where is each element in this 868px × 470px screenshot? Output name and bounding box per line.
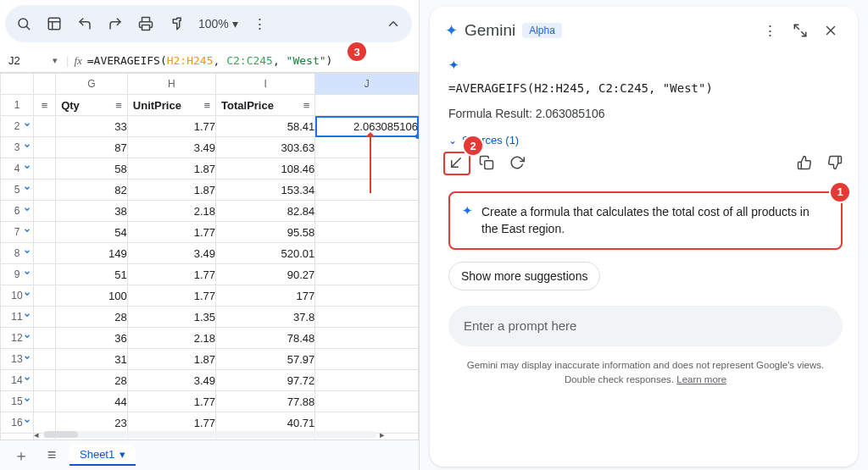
filter-icon[interactable]: ≡ [203,99,210,112]
grid[interactable]: G H I J 1≡Qty≡UnitPrice≡TotalPrice≡2331.… [0,73,419,440]
show-more-suggestions-button[interactable]: Show more suggestions [448,262,600,290]
sources-toggle[interactable]: ⌄ Sources (1) [448,134,843,147]
prompt-input[interactable]: Enter a prompt here [448,306,843,346]
row-expand-icon[interactable] [23,374,31,384]
cell[interactable] [34,243,56,264]
row-expand-icon[interactable] [23,268,31,279]
filter-icon[interactable]: ≡ [34,99,55,112]
more-button[interactable]: ⋮ [758,19,782,42]
thumbs-up-button[interactable] [797,155,812,174]
row-header[interactable]: 10 [1,285,34,307]
cell[interactable]: 87 [56,137,128,158]
cell[interactable] [34,180,56,201]
add-sheet-button[interactable]: ＋ [8,443,34,468]
formula-input[interactable]: =AVERAGEIFS(H2:H245, C2:C245, "West") [87,54,333,67]
row-expand-icon[interactable] [23,332,31,342]
cell[interactable]: 3.49 [127,137,215,158]
cell[interactable] [315,180,419,201]
learn-more-link[interactable]: Learn more [676,374,726,384]
cell[interactable] [315,391,419,412]
row-header[interactable]: 15 [1,391,34,412]
zoom-select[interactable]: 100%▾ [193,17,243,30]
cell[interactable] [315,201,419,222]
cell[interactable] [34,391,56,412]
cell[interactable]: 1.77 [127,264,215,285]
cell[interactable]: 149 [56,243,128,264]
row-expand-icon[interactable] [23,163,31,173]
row-header[interactable]: 12 [1,328,34,349]
cell[interactable]: 520.01 [216,243,315,264]
cell[interactable] [315,222,419,243]
table-icon[interactable] [41,10,68,37]
cell[interactable]: 2.18 [127,328,215,349]
chevron-down-icon[interactable]: ▾ [120,448,125,461]
cell[interactable]: 82.84 [216,201,315,222]
row-expand-icon[interactable] [23,120,31,130]
cell[interactable]: 1.77 [127,116,215,137]
row-expand-icon[interactable] [23,205,31,215]
cell[interactable] [34,201,56,222]
row-header[interactable]: 6 [1,201,34,222]
row-expand-icon[interactable] [23,417,31,427]
tab-sheet1[interactable]: Sheet1 ▾ [70,445,136,466]
copy-button[interactable] [479,155,494,174]
cell[interactable] [34,264,56,285]
cell[interactable]: 3.49 [127,243,215,264]
col-header-H[interactable]: H [127,74,215,95]
cell[interactable]: 1.77 [127,391,215,412]
cell[interactable]: 57.97 [216,349,315,370]
cell[interactable] [34,328,56,349]
cell[interactable]: 2.18 [127,201,215,222]
cell[interactable]: 1.35 [127,307,215,328]
cell[interactable]: 1.77 [127,222,215,243]
cell[interactable]: 1.77 [127,285,215,307]
row-header[interactable]: 8 [1,243,34,264]
cell[interactable] [34,370,56,391]
cell[interactable] [34,307,56,328]
cell[interactable] [34,137,56,158]
row-expand-icon[interactable] [23,311,31,321]
column-header-totalprice[interactable]: TotalPrice≡ [216,95,315,116]
scroll-thumb[interactable] [44,431,78,438]
cell[interactable]: 177 [216,285,315,307]
row-header[interactable]: 2 [1,116,34,137]
cell[interactable]: 58.41 [216,116,315,137]
insert-button[interactable] [448,155,464,174]
row-header[interactable]: 4 [1,158,34,180]
cell[interactable]: 95.58 [216,222,315,243]
cell[interactable] [34,116,56,137]
undock-button[interactable] [788,19,812,42]
cell[interactable]: 1.87 [127,180,215,201]
row-header[interactable]: 7 [1,222,34,243]
select-all-corner[interactable] [1,74,34,95]
cell[interactable] [34,349,56,370]
cell[interactable]: 58 [56,158,128,180]
row-header[interactable]: 1 [1,95,34,116]
chevron-down-icon[interactable]: ▾ [53,55,58,66]
cell[interactable] [315,243,419,264]
cell[interactable] [315,137,419,158]
redo-button[interactable] [102,10,129,37]
row-expand-icon[interactable] [23,353,31,363]
horizontal-scrollbar[interactable]: ◂ ▸ [0,429,419,440]
cell[interactable]: 82 [56,180,128,201]
cell[interactable]: 31 [56,349,128,370]
cell[interactable]: 108.46 [216,158,315,180]
scroll-left-icon[interactable]: ◂ [31,429,42,440]
cell[interactable] [34,285,56,307]
cell[interactable] [315,349,419,370]
cell[interactable]: 1.87 [127,349,215,370]
cell[interactable] [315,158,419,180]
cell[interactable]: 3.49 [127,370,215,391]
row-expand-icon[interactable] [23,395,31,406]
row-header[interactable]: 14 [1,370,34,391]
col-header-J[interactable]: J [315,74,419,95]
cell[interactable]: 77.88 [216,391,315,412]
cell[interactable]: 36 [56,328,128,349]
row-header[interactable]: 11 [1,307,34,328]
thumbs-down-button[interactable] [827,155,843,174]
column-header-qty[interactable]: Qty≡ [56,95,128,116]
scroll-right-icon[interactable]: ▸ [376,429,388,440]
undo-button[interactable] [71,10,98,37]
cell[interactable] [34,222,56,243]
